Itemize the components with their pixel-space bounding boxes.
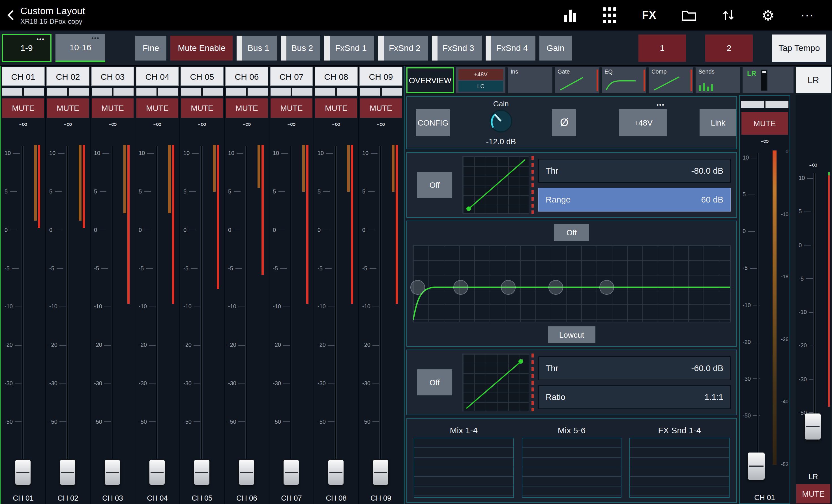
comp-tile[interactable]: Comp (649, 67, 693, 93)
overview-tab[interactable]: OVERVIEW (407, 67, 454, 93)
fader-knob[interactable] (105, 460, 120, 485)
fader-knob[interactable] (15, 460, 31, 485)
fader-knob[interactable] (373, 460, 388, 485)
comp-graph[interactable] (462, 353, 529, 411)
mute-enable-button[interactable]: Mute Enable (171, 35, 233, 60)
eq-band-node[interactable] (599, 280, 614, 295)
channel-select-button[interactable]: CH 04 (136, 67, 179, 86)
fader-knob[interactable] (805, 414, 821, 440)
insert-tile[interactable]: Ins (508, 67, 552, 93)
mute-button[interactable]: MUTE (136, 99, 178, 118)
sends-tile[interactable]: Sends (696, 67, 740, 93)
mute-button[interactable]: MUTE (360, 99, 402, 118)
mute-button[interactable]: MUTE (181, 99, 223, 118)
mute-button[interactable]: MUTE (226, 99, 268, 118)
settings-gear-icon[interactable]: ⚙ (761, 7, 775, 24)
tab-options-dots[interactable]: ••• (92, 34, 100, 41)
back-button[interactable] (3, 4, 18, 27)
bus1-tab[interactable]: Bus 1 (237, 35, 277, 60)
channel-select-button[interactable]: CH 01 (2, 67, 45, 86)
fxsnd4-tab[interactable]: FxSnd 4 (486, 35, 536, 60)
snapshot-2-button[interactable]: 2 (705, 34, 753, 61)
eq-band-node[interactable] (501, 280, 516, 295)
channel-select-button[interactable]: CH 08 (315, 67, 358, 86)
mute-button[interactable]: MUTE (92, 99, 134, 118)
comp-off-button[interactable]: Off (417, 369, 452, 395)
fader-knob[interactable] (239, 460, 254, 485)
fine-button[interactable]: Fine (135, 35, 166, 60)
gain-knob[interactable] (488, 108, 514, 136)
comp-ratio-row[interactable]: Ratio 1.1:1 (538, 385, 731, 409)
meters-icon[interactable] (563, 8, 577, 22)
pan-slider[interactable] (741, 101, 788, 108)
eq-off-button[interactable]: Off (554, 224, 589, 241)
tap-tempo-button[interactable]: Tap Tempo (772, 34, 826, 61)
io-routing-icon[interactable] (721, 7, 736, 24)
eq-band-node[interactable] (411, 280, 425, 295)
fader-knob[interactable] (748, 453, 765, 480)
channel-select-button[interactable]: CH 06 (225, 67, 268, 86)
channel-select-button[interactable]: CH 05 (181, 67, 224, 86)
channel-select-button[interactable]: CH 03 (91, 67, 134, 86)
channel-select-button[interactable]: CH 02 (46, 67, 89, 86)
fx-button[interactable]: FX (642, 7, 656, 24)
gate-graph[interactable] (462, 156, 529, 214)
channel-select-button[interactable]: CH 07 (270, 67, 313, 86)
channel-select-button[interactable]: CH 09 (359, 67, 402, 86)
mute-button[interactable]: MUTE (796, 484, 830, 503)
fader-knob[interactable] (328, 460, 343, 485)
layer-tab-1-9[interactable]: ••• 1-9 (2, 34, 52, 62)
channel-name-label: CH 08 (314, 492, 358, 504)
eq-band-node[interactable] (548, 280, 563, 295)
sends-fxsnd1-4-box[interactable] (630, 438, 730, 498)
fader-knob[interactable] (150, 460, 165, 485)
sends-mix5-6-box[interactable] (522, 438, 621, 498)
gain-mode-button[interactable]: Gain (539, 35, 572, 60)
comp-threshold-row[interactable]: Thr -60.0 dB (538, 356, 731, 380)
link-button[interactable]: Link (700, 109, 736, 136)
gate-tile[interactable]: Gate (555, 67, 599, 93)
pan-slider[interactable] (315, 88, 357, 96)
folder-icon[interactable] (681, 7, 696, 24)
fader-knob[interactable] (60, 460, 75, 485)
pan-slider[interactable] (92, 88, 134, 96)
input-tile[interactable]: +48V LC (456, 67, 505, 93)
gate-threshold-row[interactable]: Thr -80.0 dB (538, 159, 731, 182)
mute-button[interactable]: MUTE (270, 99, 312, 118)
gate-range-row[interactable]: Range 60 dB (538, 187, 731, 211)
fxsnd1-tab[interactable]: FxSnd 1 (324, 35, 374, 60)
pan-slider[interactable] (226, 88, 268, 96)
mute-button[interactable]: MUTE (47, 99, 89, 118)
mute-button[interactable]: MUTE (315, 99, 357, 118)
eq-tile[interactable]: EQ (602, 67, 646, 93)
pan-slider[interactable] (136, 88, 178, 96)
phase-invert-button[interactable]: Ø (552, 109, 576, 136)
sends-mix1-4-box[interactable] (414, 438, 514, 498)
fxsnd3-tab[interactable]: FxSnd 3 (432, 35, 482, 60)
pan-slider[interactable] (270, 88, 312, 96)
fader-knob[interactable] (284, 460, 299, 485)
apps-grid-icon[interactable] (602, 7, 617, 24)
tab-options-dots[interactable]: ••• (36, 35, 45, 42)
phantom-48v-button[interactable]: +48V (620, 109, 667, 136)
more-options-button[interactable]: ... (800, 4, 815, 21)
config-button[interactable]: CONFIG (416, 109, 450, 136)
lowcut-button[interactable]: Lowcut (548, 326, 595, 343)
pan-slider[interactable] (360, 88, 402, 96)
phantom-options-dots[interactable]: ••• (656, 101, 665, 108)
gate-off-button[interactable]: Off (417, 172, 452, 198)
snapshot-1-button[interactable]: 1 (639, 34, 686, 61)
lr-assign-tile[interactable]: LR (743, 67, 794, 93)
eq-graph[interactable] (413, 245, 731, 322)
fxsnd2-tab[interactable]: FxSnd 2 (378, 35, 428, 60)
fader-knob[interactable] (194, 460, 209, 485)
pan-slider[interactable] (181, 88, 223, 96)
mute-button[interactable]: MUTE (742, 112, 788, 135)
bus2-tab[interactable]: Bus 2 (281, 35, 321, 60)
pan-slider[interactable] (47, 88, 89, 96)
mute-button[interactable]: MUTE (2, 99, 44, 118)
pan-slider[interactable] (2, 88, 44, 96)
eq-band-node[interactable] (453, 280, 468, 295)
master-select-button[interactable]: LR (796, 67, 831, 93)
layer-tab-10-16[interactable]: ••• 10-16 (55, 34, 105, 62)
